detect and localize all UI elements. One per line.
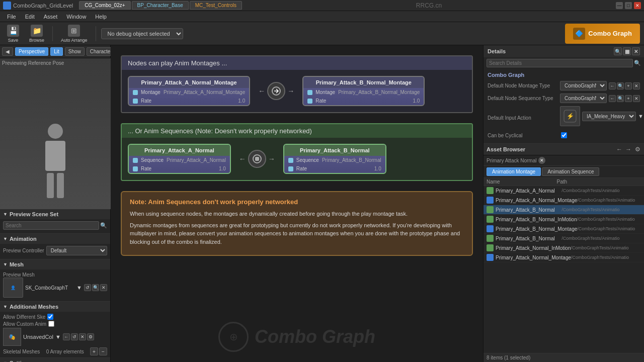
anim-node-montage-b[interactable]: Primary_Attack_B_Normal_Montage Montage … xyxy=(302,76,425,106)
menu-asset[interactable]: Asset xyxy=(40,13,62,21)
mesh-header[interactable]: ▼ Mesh xyxy=(0,259,110,269)
table-row[interactable]: Primary_Attack_B_Normal /ComboGraphTests… xyxy=(484,205,644,215)
robot-preview xyxy=(35,124,75,199)
table-row[interactable]: Primary_Attack_B_Normal_InMotion /ComboG… xyxy=(484,215,644,224)
preview-scene-header[interactable]: ▼ Preview Scene Set xyxy=(0,209,110,219)
canvas-area[interactable]: Nodes can play Anim Montages ... Primary… xyxy=(111,45,483,362)
vp-lit-btn[interactable]: Lit xyxy=(50,47,63,56)
row-name: Primary_Attack_Normal_InMotion xyxy=(496,245,571,251)
preview-controller-row: Preview Controller Default xyxy=(3,246,107,255)
mesh-reset-btn[interactable]: ↺ xyxy=(84,284,91,291)
ab-back-btn[interactable]: ← xyxy=(616,146,623,153)
montage-type-select[interactable]: ComboGraphNodeMontage xyxy=(560,81,607,90)
viewport-container: ◀ Perspective Lit Show Character LOD Pre… xyxy=(0,45,110,209)
add-element-btn[interactable]: + xyxy=(90,347,98,355)
mesh-browse-btn[interactable]: 🔍 xyxy=(92,284,99,291)
cyclical-label: Can be Cyclical xyxy=(488,133,558,138)
am-arrow-btn[interactable]: ← xyxy=(63,333,70,340)
filter-clear-btn[interactable]: ✕ xyxy=(538,157,545,164)
row-name: Primary_Attack_B_Normal xyxy=(496,207,561,213)
details-search-input[interactable] xyxy=(487,59,633,67)
remove-element-btn[interactable]: − xyxy=(99,347,107,355)
robot-leg-left xyxy=(47,173,54,198)
previewing-text: Previewing Reference Pose xyxy=(2,60,64,66)
st-clear-btn[interactable]: ✕ xyxy=(633,95,640,102)
rrcg-watermark: RRCG.cn xyxy=(244,2,614,9)
ab-tab-sequence[interactable]: Animation Sequence xyxy=(542,167,599,176)
menu-window[interactable]: Window xyxy=(62,13,90,21)
preview-mesh-row: 👤 SK_ComboGraphT ▼ ↺ 🔍 ✕ xyxy=(3,278,107,298)
sequence-type-select[interactable]: ComboGraphNodeSequence xyxy=(560,94,607,103)
allow-custom-anim-checkbox[interactable] xyxy=(48,321,54,327)
save-button[interactable]: 💾 Save xyxy=(4,23,22,45)
input-action-select[interactable]: IA_Melee_Heavy xyxy=(582,112,636,121)
details-close-btn[interactable]: ✕ xyxy=(632,47,640,55)
viewport[interactable]: Previewing Reference Pose xyxy=(0,58,111,209)
am-settings-btn[interactable]: ⚙ xyxy=(87,333,94,340)
mt-back-btn[interactable]: ← xyxy=(609,82,616,89)
table-row[interactable]: Primary_Attack_A_Normal /ComboGraphTests… xyxy=(484,186,644,196)
animation-header[interactable]: ▼ Animation xyxy=(0,234,110,244)
vp-show-btn[interactable]: Show xyxy=(65,47,85,56)
table-row[interactable]: Primary_Attack_Normal_InMotion /ComboGra… xyxy=(484,243,644,253)
animation-content: Preview Controller Default xyxy=(0,244,110,259)
vp-toggle-btn[interactable]: ◀ xyxy=(2,47,13,56)
details-grid-btn[interactable]: ▦ xyxy=(623,47,631,55)
anim-node-seq-b[interactable]: Primary_Attack_B_Normal Sequence Primary… xyxy=(283,144,386,174)
node-b-rate-label: Rate xyxy=(315,98,326,104)
mesh-clear-btn[interactable]: ✕ xyxy=(100,284,107,291)
row-path: /ComboGraphTests/Animatio xyxy=(561,188,641,193)
table-row[interactable]: Primary_Attack_B_Normal /ComboGraphTests… xyxy=(484,234,644,243)
additional-meshes-header[interactable]: ▼ Additional Meshes xyxy=(0,302,110,312)
table-row[interactable]: Primary_Attack_A_Normal_Montage /ComboGr… xyxy=(484,196,644,205)
st-add-btn[interactable]: + xyxy=(625,95,632,102)
menu-edit[interactable]: Edit xyxy=(21,13,39,21)
am-clear-btn[interactable]: ✕ xyxy=(79,333,86,340)
tab-montage[interactable]: MC_Test_Controls xyxy=(190,1,242,10)
seq-a-title: Primary_Attack_A_Normal xyxy=(129,145,230,156)
watermark-text: Combo Graph xyxy=(255,326,375,347)
left-panel: ◀ Perspective Lit Show Character LOD Pre… xyxy=(0,45,111,362)
node-b-montage-value: Primary_Attack_B_Normal_Montage xyxy=(338,89,420,95)
vp-perspective-btn[interactable]: Perspective xyxy=(15,47,48,56)
anim-node-montage-a[interactable]: Primary_Attack_A_Normal_Montage Montage … xyxy=(128,76,250,106)
row-path: /ComboGraphTests/Animatio xyxy=(571,255,641,260)
anim-node-seq-a[interactable]: Primary_Attack_A_Normal Sequence Primary… xyxy=(128,144,231,174)
minimize-button[interactable]: — xyxy=(616,2,623,9)
close-button[interactable]: ✕ xyxy=(634,2,641,9)
tab-blueprint[interactable]: BP_Character_Base xyxy=(132,1,189,10)
st-back-btn[interactable]: ← xyxy=(609,95,616,102)
ab-settings-btn[interactable]: ⚙ xyxy=(634,146,641,153)
seq-a-seq-row: Sequence Primary_Attack_A_Normal xyxy=(129,156,230,164)
row-name: Primary_Attack_Normal_Montage xyxy=(496,255,571,260)
allow-diff-ske-checkbox[interactable] xyxy=(47,314,53,320)
cyclical-checkbox[interactable] xyxy=(561,132,567,138)
menu-file[interactable]: File xyxy=(3,13,20,21)
maximize-button[interactable]: □ xyxy=(625,2,632,9)
ab-forward-btn[interactable]: → xyxy=(625,146,632,153)
preview-controller-select[interactable]: Default xyxy=(46,246,107,255)
table-row[interactable]: Primary_Attack_B_Normal_Montage /ComboGr… xyxy=(484,224,644,234)
auto-arrange-button[interactable]: ⊞ Auto Arrange xyxy=(58,23,91,45)
input-action-label: Default Input Action xyxy=(488,115,558,121)
montage-type-controls: ← 🔍 + ✕ xyxy=(609,82,640,89)
debug-object-select[interactable]: No debug object selected xyxy=(101,28,183,39)
browse-icon: 📁 xyxy=(31,25,43,37)
combo-graph-button[interactable]: 🔷 Combo Graph xyxy=(565,24,640,44)
settings-header[interactable]: ▼ Settings xyxy=(0,358,110,362)
details-search-btn[interactable]: 🔍 xyxy=(614,47,622,55)
am-reset-btn[interactable]: ↺ xyxy=(71,333,78,340)
browse-button[interactable]: 📁 Browse xyxy=(26,23,47,45)
tab-combo[interactable]: CG_Combo_02z+ xyxy=(79,1,130,10)
seq-b-seq-label: Sequence xyxy=(296,157,319,163)
menu-help[interactable]: Help xyxy=(91,13,111,21)
st-browse-btn[interactable]: 🔍 xyxy=(617,95,624,102)
connection-sequences: ← → xyxy=(239,150,275,168)
table-row[interactable]: Primary_Attack_Normal_Montage /ComboGrap… xyxy=(484,253,644,262)
ab-tab-montage[interactable]: Animation Montage xyxy=(487,167,541,176)
mt-add-btn[interactable]: + xyxy=(625,82,632,89)
mesh-arrow: ▼ xyxy=(3,262,8,267)
search-input[interactable] xyxy=(3,221,99,230)
mt-browse-btn[interactable]: 🔍 xyxy=(617,82,624,89)
mt-clear-btn[interactable]: ✕ xyxy=(633,82,640,89)
